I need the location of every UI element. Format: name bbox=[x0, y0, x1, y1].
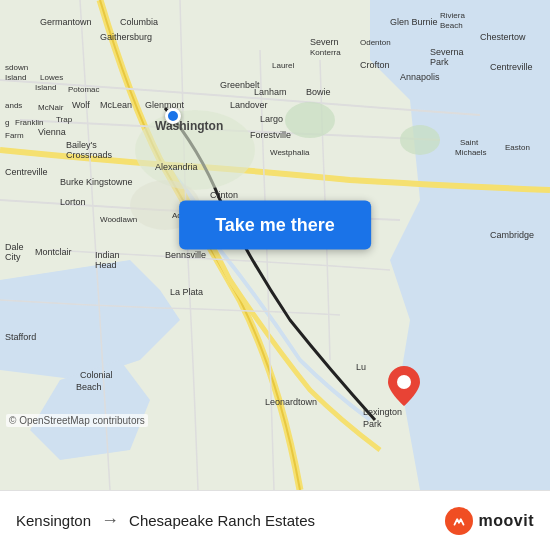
origin-marker bbox=[165, 108, 181, 124]
svg-text:Odenton: Odenton bbox=[360, 38, 391, 47]
origin-label: Kensington bbox=[16, 512, 91, 529]
svg-text:Laurel: Laurel bbox=[272, 61, 294, 70]
svg-text:Columbia: Columbia bbox=[120, 17, 158, 27]
svg-text:Centreville: Centreville bbox=[490, 62, 533, 72]
destination-label: Chesapeake Ranch Estates bbox=[129, 512, 315, 529]
svg-text:Vienna: Vienna bbox=[38, 127, 66, 137]
svg-text:Lowes: Lowes bbox=[40, 73, 63, 82]
moovit-logo: moovit bbox=[445, 507, 534, 535]
svg-text:Bennsville: Bennsville bbox=[165, 250, 206, 260]
take-me-there-button[interactable]: Take me there bbox=[179, 201, 371, 250]
svg-text:Wolf: Wolf bbox=[72, 100, 90, 110]
svg-point-76 bbox=[397, 375, 411, 389]
svg-point-8 bbox=[400, 125, 440, 155]
svg-text:Farm: Farm bbox=[5, 131, 24, 140]
svg-text:Bowie: Bowie bbox=[306, 87, 331, 97]
svg-text:ands: ands bbox=[5, 101, 22, 110]
destination-marker bbox=[388, 366, 420, 410]
svg-text:Beach: Beach bbox=[440, 21, 463, 30]
svg-text:Lorton: Lorton bbox=[60, 197, 86, 207]
svg-text:Severn: Severn bbox=[310, 37, 339, 47]
svg-text:Dale: Dale bbox=[5, 242, 24, 252]
svg-text:Michaels: Michaels bbox=[455, 148, 487, 157]
svg-text:Alexandria: Alexandria bbox=[155, 162, 198, 172]
svg-text:Severna: Severna bbox=[430, 47, 464, 57]
svg-text:Island: Island bbox=[35, 83, 56, 92]
svg-text:Lu: Lu bbox=[356, 362, 366, 372]
svg-text:Head: Head bbox=[95, 260, 117, 270]
svg-text:Clinton: Clinton bbox=[210, 190, 238, 200]
svg-text:Leonardtown: Leonardtown bbox=[265, 397, 317, 407]
svg-text:Gaithersburg: Gaithersburg bbox=[100, 32, 152, 42]
svg-text:McNair: McNair bbox=[38, 103, 64, 112]
svg-text:Easton: Easton bbox=[505, 143, 530, 152]
svg-text:Saint: Saint bbox=[460, 138, 479, 147]
svg-text:sdown: sdown bbox=[5, 63, 28, 72]
svg-text:Riviera: Riviera bbox=[440, 11, 465, 20]
svg-text:Potomac: Potomac bbox=[68, 85, 100, 94]
svg-text:Forestville: Forestville bbox=[250, 130, 291, 140]
svg-text:Trap: Trap bbox=[56, 115, 73, 124]
svg-text:Island: Island bbox=[5, 73, 26, 82]
moovit-icon bbox=[445, 507, 473, 535]
svg-text:Centreville: Centreville bbox=[5, 167, 48, 177]
svg-text:Stafford: Stafford bbox=[5, 332, 36, 342]
svg-text:Colonial: Colonial bbox=[80, 370, 113, 380]
svg-text:La Plata: La Plata bbox=[170, 287, 203, 297]
svg-text:Park: Park bbox=[430, 57, 449, 67]
svg-text:Franklin: Franklin bbox=[15, 118, 43, 127]
moovit-text: moovit bbox=[479, 512, 534, 530]
svg-text:Lanham: Lanham bbox=[254, 87, 287, 97]
svg-text:Glen Burnie: Glen Burnie bbox=[390, 17, 438, 27]
svg-text:Bailey's: Bailey's bbox=[66, 140, 97, 150]
svg-text:Montclair: Montclair bbox=[35, 247, 72, 257]
svg-text:Crossroads: Crossroads bbox=[66, 150, 113, 160]
svg-text:Washington: Washington bbox=[155, 119, 223, 133]
svg-text:Chestertow: Chestertow bbox=[480, 32, 526, 42]
svg-text:McLean: McLean bbox=[100, 100, 132, 110]
svg-text:Westphalia: Westphalia bbox=[270, 148, 310, 157]
svg-text:City: City bbox=[5, 252, 21, 262]
svg-text:Cambridge: Cambridge bbox=[490, 230, 534, 240]
svg-text:Germantown: Germantown bbox=[40, 17, 92, 27]
footer: Kensington → Chesapeake Ranch Estates mo… bbox=[0, 490, 550, 550]
svg-text:Annapolis: Annapolis bbox=[400, 72, 440, 82]
svg-text:g: g bbox=[5, 118, 9, 127]
svg-text:Crofton: Crofton bbox=[360, 60, 390, 70]
map-container: Germantown Columbia Glen Burnie Riviera … bbox=[0, 0, 550, 490]
svg-text:Burke Kingstowne: Burke Kingstowne bbox=[60, 177, 133, 187]
svg-text:Glenmont: Glenmont bbox=[145, 100, 185, 110]
svg-text:Landover: Landover bbox=[230, 100, 268, 110]
svg-text:Konterra: Konterra bbox=[310, 48, 341, 57]
svg-point-7 bbox=[285, 102, 335, 138]
svg-text:Park: Park bbox=[363, 419, 382, 429]
svg-text:Largo: Largo bbox=[260, 114, 283, 124]
svg-text:Indian: Indian bbox=[95, 250, 120, 260]
direction-arrow: → bbox=[101, 510, 119, 531]
svg-text:Beach: Beach bbox=[76, 382, 102, 392]
map-attribution: © OpenStreetMap contributors bbox=[6, 414, 148, 427]
svg-text:Woodlawn: Woodlawn bbox=[100, 215, 137, 224]
